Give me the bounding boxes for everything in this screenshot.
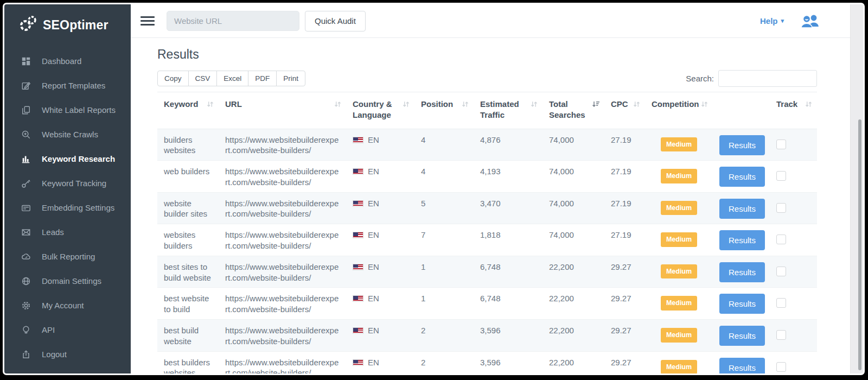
sidebar-item-logout[interactable]: Logout: [4, 342, 131, 366]
help-dropdown[interactable]: Help ▾: [760, 16, 784, 26]
menu-toggle-icon[interactable]: [141, 14, 155, 28]
url-cell: https://www.websitebuilderexpert.com/web…: [225, 167, 339, 187]
sidebar-item-my-account[interactable]: My Account: [4, 293, 131, 318]
column-header-total-searches[interactable]: Total Searches: [542, 92, 604, 129]
results-button[interactable]: Results: [719, 358, 765, 375]
table-row: best builders websites https://www.websi…: [157, 351, 817, 375]
sidebar-item-white-label-reports[interactable]: White Label Reports: [4, 98, 131, 122]
searches-cell: 22,200: [549, 358, 574, 367]
results-button[interactable]: Results: [719, 326, 765, 346]
column-header-position[interactable]: Position: [414, 92, 474, 129]
sort-icon[interactable]: [334, 99, 341, 110]
track-checkbox[interactable]: [776, 171, 786, 181]
competition-badge: Medium: [661, 169, 697, 183]
column-header-cpc[interactable]: CPC: [604, 92, 645, 129]
results-button[interactable]: Results: [719, 199, 765, 219]
report-templates-icon: [21, 81, 31, 91]
sidebar-item-label: Leads: [42, 227, 64, 237]
copy-export-button[interactable]: Copy: [157, 71, 189, 86]
csv-export-button[interactable]: CSV: [188, 71, 218, 86]
pdf-export-button[interactable]: PDF: [248, 71, 277, 86]
track-checkbox[interactable]: [776, 203, 786, 213]
vertical-scrollbar[interactable]: [850, 4, 863, 373]
track-checkbox[interactable]: [776, 235, 786, 244]
keyword-research-icon: [21, 154, 31, 164]
language-cell: EN: [368, 358, 379, 367]
sidebar-item-dashboard[interactable]: Dashboard: [4, 49, 131, 73]
column-header-competition[interactable]: Competition: [645, 92, 713, 129]
sidebar-menu: Dashboard Report Templates White Label R…: [4, 49, 131, 366]
excel-export-button[interactable]: Excel: [216, 71, 248, 86]
language-cell: EN: [368, 262, 379, 271]
us-flag-icon: [353, 359, 363, 366]
sidebar-item-keyword-research[interactable]: Keyword Research: [4, 147, 131, 171]
sidebar-item-api[interactable]: API: [4, 318, 131, 342]
sidebar-item-website-crawls[interactable]: Website Crawls: [4, 122, 131, 147]
quick-audit-button[interactable]: Quick Audit: [305, 11, 366, 31]
sidebar-item-leads[interactable]: Leads: [4, 220, 131, 244]
competition-badge: Medium: [661, 360, 697, 375]
competition-badge: Medium: [661, 137, 697, 152]
search-input[interactable]: [718, 70, 817, 87]
position-cell: 4: [421, 167, 425, 176]
results-button[interactable]: Results: [719, 135, 765, 155]
language-cell: EN: [368, 294, 379, 303]
export-button-group: CopyCSVExcelPDFPrint: [157, 71, 305, 86]
sort-icon[interactable]: [403, 99, 410, 110]
column-header-estimated-traffic[interactable]: Estimated Traffic: [474, 92, 542, 129]
keyword-cell: best builders websites: [164, 358, 210, 375]
sort-icon[interactable]: [207, 99, 214, 110]
table-row: web builders https://www.websitebuildere…: [157, 161, 817, 193]
sort-icon[interactable]: [701, 99, 708, 110]
column-header-keyword[interactable]: Keyword: [157, 92, 219, 129]
chevron-down-icon: ▾: [781, 17, 784, 24]
searches-cell: 74,000: [549, 167, 574, 176]
results-button[interactable]: Results: [719, 167, 765, 187]
track-checkbox[interactable]: [776, 330, 786, 340]
language-cell: EN: [368, 167, 379, 176]
website-url-input[interactable]: [167, 11, 299, 31]
track-checkbox[interactable]: [776, 267, 786, 276]
results-button[interactable]: Results: [719, 294, 765, 314]
seoptimer-logo-icon: [19, 15, 37, 35]
track-checkbox[interactable]: [776, 140, 786, 149]
dashboard-icon: [21, 56, 31, 66]
sort-icon[interactable]: [462, 99, 469, 110]
position-cell: 1: [421, 294, 425, 303]
app-window: SEOptimer Dashboard Report Templates Whi…: [3, 3, 865, 375]
column-header-actions[interactable]: [713, 92, 770, 129]
competition-badge: Medium: [661, 328, 697, 343]
cpc-cell: 29.27: [611, 358, 631, 367]
website-crawls-icon: [21, 130, 31, 140]
url-cell: https://www.websitebuilderexpert.com/web…: [225, 358, 339, 375]
us-flag-icon: [353, 137, 363, 143]
sidebar-item-keyword-tracking[interactable]: Keyword Tracking: [4, 171, 131, 195]
track-checkbox[interactable]: [776, 298, 786, 308]
sort-icon[interactable]: [633, 99, 640, 110]
search-label: Search:: [686, 74, 714, 83]
track-checkbox[interactable]: [776, 362, 786, 372]
sort-icon[interactable]: [592, 99, 599, 110]
page-title: Results: [157, 47, 863, 62]
column-header-track[interactable]: Track: [770, 92, 817, 129]
sort-icon[interactable]: [531, 99, 538, 110]
sidebar-item-bulk-reporting[interactable]: Bulk Reporting: [4, 244, 131, 269]
keyword-cell: web builders: [164, 167, 209, 176]
results-button[interactable]: Results: [719, 230, 765, 250]
sidebar-item-embedding-settings[interactable]: Embedding Settings: [4, 195, 131, 220]
column-header-country-language[interactable]: Country & Language: [346, 92, 414, 129]
brand-logo[interactable]: SEOptimer: [4, 4, 131, 45]
competition-badge: Medium: [661, 232, 697, 247]
sidebar-item-report-templates[interactable]: Report Templates: [4, 73, 131, 98]
account-users-icon[interactable]: [800, 14, 820, 29]
column-header-url[interactable]: URL: [219, 92, 346, 129]
position-cell: 7: [421, 230, 425, 239]
scrollbar-thumb[interactable]: [858, 119, 861, 370]
results-button[interactable]: Results: [719, 262, 765, 282]
keyword-cell: builders websites: [164, 135, 195, 155]
searches-cell: 22,200: [549, 294, 574, 303]
sidebar-item-domain-settings[interactable]: Domain Settings: [4, 269, 131, 293]
keyword-tracking-icon: [21, 179, 31, 188]
sort-icon[interactable]: [805, 99, 812, 110]
print-export-button[interactable]: Print: [276, 71, 305, 86]
